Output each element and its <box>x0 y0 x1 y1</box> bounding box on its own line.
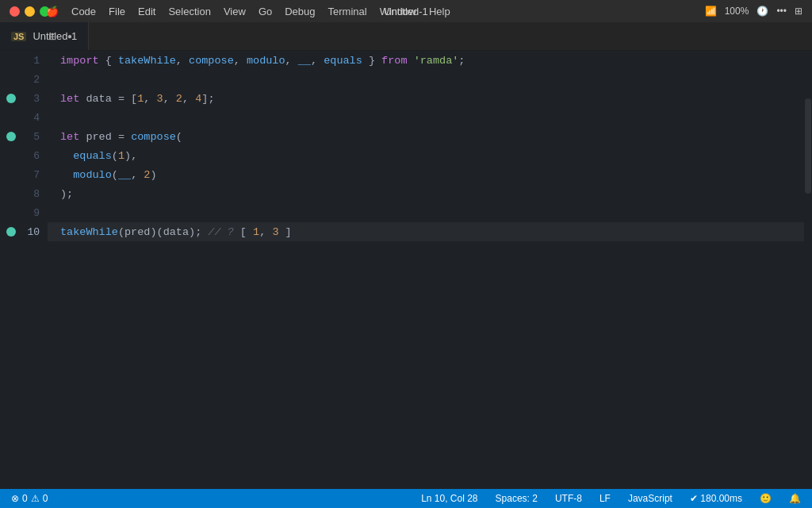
token: compose <box>131 131 176 143</box>
token: from <box>381 55 407 67</box>
menu-edit[interactable]: Edit <box>132 4 162 19</box>
token: 3 <box>157 93 163 105</box>
menu-terminal[interactable]: Terminal <box>322 4 373 19</box>
token: 2 <box>176 93 182 105</box>
token: let <box>60 131 79 143</box>
code-line-2 <box>48 70 804 89</box>
token: ( <box>112 169 118 181</box>
gutter-line-5: 5 <box>0 127 48 146</box>
gutter-line-4: 4 <box>0 108 48 127</box>
code-line-10: takeWhile(pred)(data); // ? [ 1, 3 ] <box>48 222 804 241</box>
menu-selection[interactable]: Selection <box>162 4 216 19</box>
token: 1 <box>118 150 124 162</box>
battery-label: 100% <box>725 6 749 17</box>
breakpoint-dot-5[interactable] <box>6 132 16 141</box>
breakpoint-dot-10[interactable] <box>6 227 16 237</box>
warning-icon: ⚠ <box>31 493 40 504</box>
token: , <box>234 55 247 67</box>
token: ( <box>112 150 118 162</box>
gutter-line-9: 9 <box>0 203 48 222</box>
token: , <box>131 169 144 181</box>
minimize-button[interactable] <box>25 6 35 17</box>
grid-icon: ⊞ <box>795 6 802 17</box>
token: takeWhile <box>118 55 176 67</box>
line-number-10: 10 <box>27 226 40 238</box>
close-button[interactable] <box>10 6 20 17</box>
token: ) <box>150 169 156 181</box>
error-icon: ⊗ <box>11 493 19 504</box>
token: 4 <box>195 93 201 105</box>
token: (pred)(data); <box>118 226 208 238</box>
line-number-2: 2 <box>33 74 40 86</box>
error-count: 0 <box>22 493 28 504</box>
token: __ <box>298 55 311 67</box>
timing[interactable]: ✔ 180.00ms <box>687 493 745 504</box>
menu-apple[interactable]: 🍎 <box>40 4 65 19</box>
menu-file[interactable]: File <box>102 4 132 19</box>
line-number-1: 1 <box>33 55 40 67</box>
token: data = [ <box>79 93 137 105</box>
menu-go[interactable]: Go <box>252 4 278 19</box>
token: ]; <box>201 93 214 105</box>
code-line-8: ); <box>48 184 804 203</box>
token: , <box>182 93 195 105</box>
error-indicator[interactable]: ⊗ 0 ⚠ 0 <box>8 493 51 504</box>
token: ] <box>278 226 291 238</box>
tab-untitled1[interactable]: JS Untitled-1 ⊟ ● <box>0 22 89 50</box>
gutter-line-6: 6 <box>0 146 48 165</box>
breakpoint-dot-3[interactable] <box>6 94 16 103</box>
token: let <box>60 93 79 105</box>
token: // ? <box>208 226 240 238</box>
line-number-7: 7 <box>33 169 40 181</box>
token: 1 <box>137 93 144 105</box>
menu-debug[interactable]: Debug <box>278 4 321 19</box>
line-number-6: 6 <box>33 150 40 162</box>
eol[interactable]: LF <box>596 493 614 504</box>
token: pred = <box>79 131 131 143</box>
line-number-9: 9 <box>33 207 40 219</box>
menu-code[interactable]: Code <box>65 4 102 19</box>
token: , <box>176 55 189 67</box>
wifi-icon: 📶 <box>705 6 717 17</box>
token: , <box>311 55 324 67</box>
line-number-3: 3 <box>33 93 40 105</box>
token <box>60 169 73 181</box>
tab-bar: JS Untitled-1 ⊟ ● <box>0 22 812 51</box>
minimap-slider[interactable] <box>805 98 811 194</box>
encoding[interactable]: UTF-8 <box>552 493 585 504</box>
split-editor-icon[interactable]: ⊟ <box>48 31 56 42</box>
notification-icon[interactable]: 🔔 <box>786 493 804 504</box>
status-bar: ⊗ 0 ⚠ 0 Ln 10, Col 28 Spaces: 2 UTF-8 LF… <box>0 489 812 508</box>
line-number-8: 8 <box>33 188 40 200</box>
menu-view[interactable]: View <box>217 4 252 19</box>
token: modulo <box>73 169 112 181</box>
minimap <box>804 51 812 489</box>
language-mode[interactable]: JavaScript <box>625 493 676 504</box>
status-right: Ln 10, Col 28 Spaces: 2 UTF-8 LF JavaScr… <box>418 493 804 504</box>
token <box>408 55 414 67</box>
token: equals <box>73 150 112 162</box>
token: , <box>285 55 298 67</box>
title-bar: 🍎 Code File Edit Selection View Go Debug… <box>0 0 812 22</box>
token <box>60 150 73 162</box>
cursor-position[interactable]: Ln 10, Col 28 <box>418 493 481 504</box>
token: takeWhile <box>60 226 118 238</box>
code-editor[interactable]: import { takeWhile, compose, modulo, __,… <box>48 51 804 489</box>
token: } <box>362 55 381 67</box>
status-left: ⊗ 0 ⚠ 0 <box>8 493 51 504</box>
title-bar-right: 📶 100% 🕐 ••• ⊞ <box>705 6 802 17</box>
token: import <box>60 55 99 67</box>
token: [ <box>240 226 253 238</box>
token: 2 <box>144 169 150 181</box>
token: , <box>259 226 272 238</box>
spaces-setting[interactable]: Spaces: 2 <box>492 493 541 504</box>
code-line-4 <box>48 108 804 127</box>
token: ( <box>176 131 182 143</box>
gutter-line-2: 2 <box>0 70 48 89</box>
gutter-line-3: 3 <box>0 89 48 108</box>
smiley-icon[interactable]: 🙂 <box>756 493 775 504</box>
window-title: Untitled-1 <box>384 6 428 17</box>
gutter-line-7: 7 <box>0 165 48 184</box>
token: ), <box>124 150 137 162</box>
more-icon: ••• <box>776 6 787 17</box>
